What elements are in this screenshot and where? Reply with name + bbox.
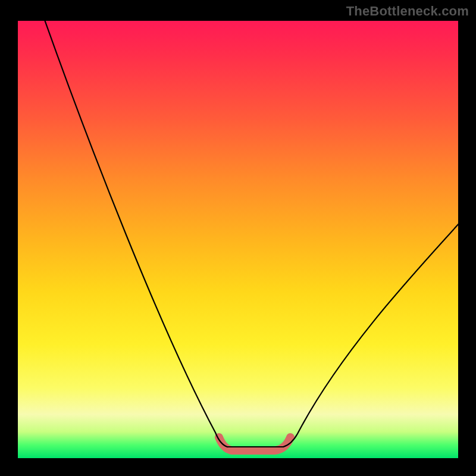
chart-frame: TheBottleneck.com [0, 0, 476, 476]
valley-marker-stroke [219, 437, 290, 450]
curve-right-limb [283, 223, 458, 447]
chart-svg [18, 21, 458, 458]
curve-left-limb [43, 21, 227, 447]
plot-area [18, 21, 458, 458]
watermark-text: TheBottleneck.com [346, 4, 469, 19]
